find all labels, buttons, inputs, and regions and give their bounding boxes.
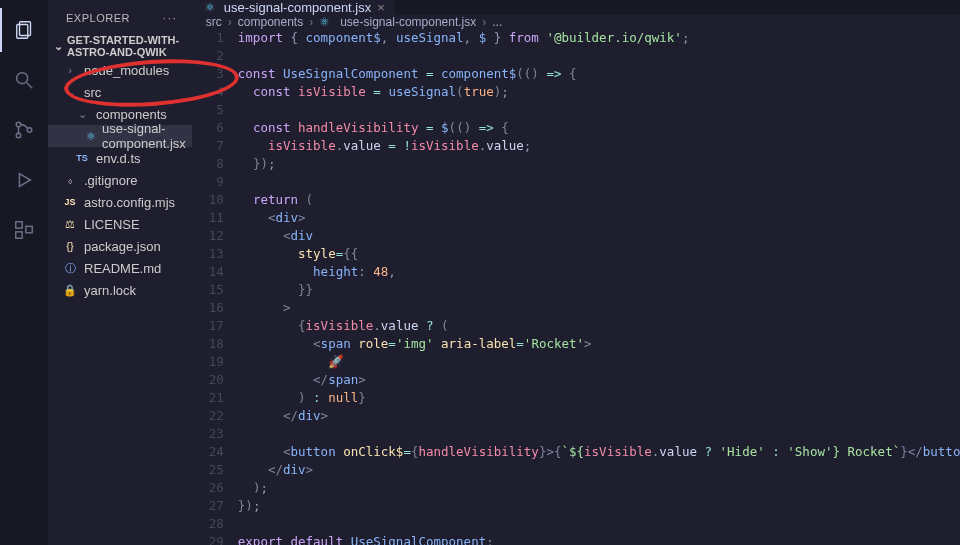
tree-item-label: components (96, 107, 167, 122)
svg-line-3 (27, 83, 33, 89)
file-README.md[interactable]: ⓘREADME.md (48, 257, 192, 279)
file-package.json[interactable]: {}package.json (48, 235, 192, 257)
line-number: 11 (192, 209, 224, 227)
code-line[interactable]: ); (238, 479, 960, 497)
tree-item-label: src (84, 85, 101, 100)
sidebar-title: EXPLORER (66, 12, 130, 24)
explorer-icon[interactable] (0, 8, 48, 52)
project-name: GET-STARTED-WITH-ASTRO-AND-QWIK (67, 34, 192, 58)
line-number-gutter: 1234567891011121314151617181920212223242… (192, 29, 238, 545)
file-astro.config.mjs[interactable]: JSastro.config.mjs (48, 191, 192, 213)
search-icon[interactable] (0, 58, 48, 102)
tab-label: use-signal-component.jsx (224, 0, 371, 15)
breadcrumb-segment[interactable]: use-signal-component.jsx (340, 15, 476, 29)
code-line[interactable]: return ( (238, 191, 960, 209)
line-number: 15 (192, 281, 224, 299)
tree-item-label: LICENSE (84, 217, 140, 232)
line-number: 25 (192, 461, 224, 479)
code-line[interactable] (238, 425, 960, 443)
folder-node_modules[interactable]: ›node_modules (48, 59, 192, 81)
code-line[interactable]: ) : null} (238, 389, 960, 407)
tree-item-label: node_modules (84, 63, 169, 78)
code-line[interactable]: }); (238, 155, 960, 173)
code-editor[interactable]: 1234567891011121314151617181920212223242… (192, 29, 960, 545)
code-line[interactable]: <div> (238, 209, 960, 227)
explorer-sidebar: EXPLORER ··· ⌄ GET-STARTED-WITH-ASTRO-AN… (48, 0, 192, 545)
code-line[interactable]: }} (238, 281, 960, 299)
code-line[interactable]: const handleVisibility = $(() => { (238, 119, 960, 137)
line-number: 4 (192, 83, 224, 101)
file-.gitignore[interactable]: ⬨.gitignore (48, 169, 192, 191)
code-line[interactable] (238, 515, 960, 533)
line-number: 18 (192, 335, 224, 353)
code-line[interactable]: height: 48, (238, 263, 960, 281)
code-line[interactable] (238, 173, 960, 191)
code-line[interactable]: <span role='img' aria-label='Rocket'> (238, 335, 960, 353)
license-icon: ⚖ (62, 218, 78, 231)
extensions-icon[interactable] (0, 208, 48, 252)
breadcrumb-segment[interactable]: ... (492, 15, 502, 29)
code-line[interactable]: > (238, 299, 960, 317)
tree-item-label: astro.config.mjs (84, 195, 175, 210)
breadcrumb-segment[interactable]: src (206, 15, 222, 29)
code-line[interactable]: <div (238, 227, 960, 245)
js-icon: JS (62, 197, 78, 207)
chevron-down-icon: ⌄ (54, 40, 63, 53)
code-line[interactable]: <button onClick$={handleVisibility}>{`${… (238, 443, 960, 461)
svg-point-4 (16, 122, 21, 127)
code-line[interactable]: style={{ (238, 245, 960, 263)
ts-icon: TS (74, 153, 90, 163)
line-number: 10 (192, 191, 224, 209)
code-line[interactable]: </span> (238, 371, 960, 389)
code-line[interactable]: {isVisible.value ? ( (238, 317, 960, 335)
source-control-icon[interactable] (0, 108, 48, 152)
code-line[interactable]: isVisible.value = !isVisible.value; (238, 137, 960, 155)
code-line[interactable]: const isVisible = useSignal(true); (238, 83, 960, 101)
code-line[interactable]: const UseSignalComponent = component$(()… (238, 65, 960, 83)
line-number: 13 (192, 245, 224, 263)
breadcrumbs[interactable]: src›components›⚛use-signal-component.jsx… (192, 15, 960, 29)
line-number: 8 (192, 155, 224, 173)
code-line[interactable]: </div> (238, 461, 960, 479)
line-number: 1 (192, 29, 224, 47)
activity-bar (0, 0, 48, 545)
breadcrumb-segment[interactable]: components (238, 15, 303, 29)
close-icon[interactable]: × (377, 0, 385, 15)
code-line[interactable] (238, 47, 960, 65)
line-number: 6 (192, 119, 224, 137)
file-icon: ⬨ (62, 174, 78, 186)
tree-item-label: env.d.ts (96, 151, 141, 166)
code-line[interactable]: }); (238, 497, 960, 515)
line-number: 19 (192, 353, 224, 371)
react-icon: ⚛ (202, 1, 218, 14)
tree-item-label: use-signal-component.jsx (102, 121, 192, 151)
svg-rect-8 (16, 222, 22, 228)
line-number: 3 (192, 65, 224, 83)
chevron-down-icon: ⌄ (62, 86, 78, 99)
info-icon: ⓘ (62, 261, 78, 276)
line-number: 16 (192, 299, 224, 317)
more-icon[interactable]: ··· (163, 12, 178, 24)
chevron-right-icon: › (228, 15, 232, 29)
folder-src[interactable]: ⌄src (48, 81, 192, 103)
tree-item-label: README.md (84, 261, 161, 276)
file-yarn.lock[interactable]: 🔒yarn.lock (48, 279, 192, 301)
editor-area: ⚛ use-signal-component.jsx × src›compone… (192, 0, 960, 545)
svg-point-2 (17, 73, 28, 84)
code-line[interactable]: </div> (238, 407, 960, 425)
file-LICENSE[interactable]: ⚖LICENSE (48, 213, 192, 235)
code-line[interactable]: import { component$, useSignal, $ } from… (238, 29, 960, 47)
code-line[interactable] (238, 101, 960, 119)
svg-rect-10 (26, 226, 32, 232)
file-use-signal-component.jsx[interactable]: ⚛use-signal-component.jsx (48, 125, 192, 147)
project-header[interactable]: ⌄ GET-STARTED-WITH-ASTRO-AND-QWIK (48, 35, 192, 57)
line-number: 22 (192, 407, 224, 425)
debug-icon[interactable] (0, 158, 48, 202)
tab-use-signal-component[interactable]: ⚛ use-signal-component.jsx × (192, 0, 396, 15)
svg-point-6 (27, 128, 32, 133)
code-line[interactable]: 🚀 (238, 353, 960, 371)
line-number: 7 (192, 137, 224, 155)
code-line[interactable]: export default UseSignalComponent; (238, 533, 960, 545)
svg-marker-7 (19, 174, 30, 187)
code-content[interactable]: import { component$, useSignal, $ } from… (238, 29, 960, 545)
